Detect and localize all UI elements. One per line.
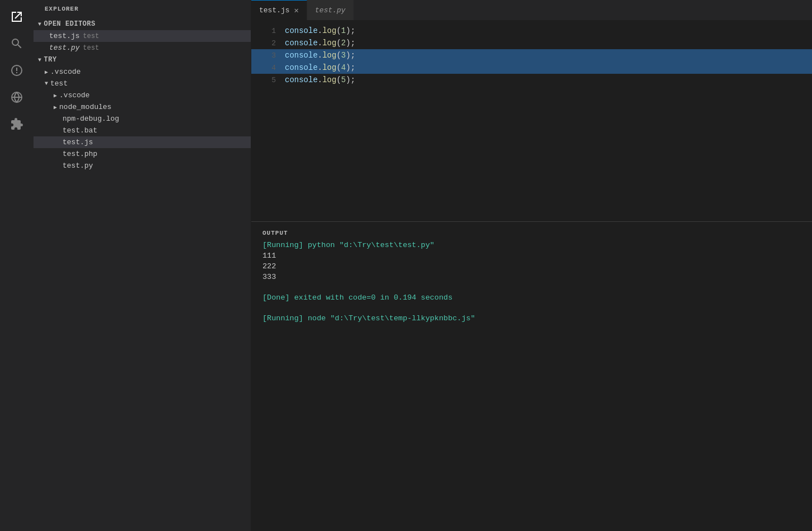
open-editors-arrow: ▼ <box>38 21 42 27</box>
tab-testjs-close[interactable]: ✕ <box>294 7 299 15</box>
test-php-name: test.php <box>63 150 97 158</box>
test-folder-name: test <box>50 79 68 88</box>
node-modules-arrow: ▶ <box>54 104 57 111</box>
output-line-111: 111 <box>251 250 812 261</box>
tree-item-test-py[interactable]: test.py <box>34 160 251 172</box>
tab-testpy-label: test.py <box>315 6 346 15</box>
tree-item-test-php[interactable]: test.php <box>34 148 251 160</box>
remote-icon[interactable] <box>4 85 29 110</box>
open-editor-testpy[interactable]: test.py test <box>34 42 251 54</box>
line-content-1: console.log(1); <box>285 26 355 35</box>
line-number-5: 5 <box>256 76 276 84</box>
search-icon[interactable] <box>4 31 29 56</box>
node-modules-name: node_modules <box>59 103 112 111</box>
tree-item-node-modules[interactable]: ▶ node_modules <box>34 101 251 113</box>
output-header: OUTPUT <box>251 226 812 240</box>
tree-item-npm-debug[interactable]: npm-debug.log <box>34 113 251 125</box>
code-line-1: 1 console.log(1); <box>251 25 812 37</box>
open-editors-header[interactable]: ▼ OPEN EDITORS <box>34 18 251 30</box>
activity-bar <box>0 0 34 531</box>
code-line-2: 2 console.log(2); <box>251 37 812 49</box>
code-line-3: 3 console.log(3); <box>251 49 812 61</box>
output-empty-1 <box>251 282 812 292</box>
tree-item-test-js[interactable]: test.js <box>34 136 251 148</box>
output-running-node: [Running] node "d:\Try\test\temp-llkypkn… <box>251 313 812 324</box>
code-line-5: 5 console.log(5); <box>251 74 812 86</box>
open-editor-testjs-name: test.js <box>49 32 80 40</box>
npm-debug-name: npm-debug.log <box>63 115 119 123</box>
vscode-root-name: .vscode <box>50 68 81 76</box>
output-line-222: 222 <box>251 261 812 272</box>
tab-testjs[interactable]: test.js ✕ <box>251 0 307 20</box>
open-editor-testpy-name: test.py <box>49 44 80 52</box>
open-editor-testpy-label: test <box>83 44 99 52</box>
vscode-inner-arrow: ▶ <box>54 92 57 99</box>
line-content-3: console.log(3); <box>285 51 355 60</box>
test-bat-name: test.bat <box>63 126 97 135</box>
tab-testjs-label: test.js <box>259 6 290 15</box>
git-icon[interactable] <box>4 58 29 83</box>
line-number-1: 1 <box>256 27 276 35</box>
tab-testpy[interactable]: test.py <box>307 0 354 20</box>
open-editor-testjs-label: test <box>83 32 99 40</box>
sidebar-title: EXPLORER <box>34 0 251 18</box>
vscode-inner-name: .vscode <box>59 91 90 99</box>
line-number-2: 2 <box>256 39 276 48</box>
tree-item-test-bat[interactable]: test.bat <box>34 125 251 136</box>
code-line-4: 4 console.log(4); <box>251 61 812 74</box>
open-editors-label: OPEN EDITORS <box>44 20 95 28</box>
line-content-4: console.log(4); <box>285 63 355 72</box>
code-editor[interactable]: 1 console.log(1); 2 console.log(2); 3 co… <box>251 20 812 221</box>
sidebar: EXPLORER ▼ OPEN EDITORS test.js test tes… <box>34 0 251 531</box>
output-empty-2 <box>251 303 812 313</box>
line-content-2: console.log(2); <box>285 39 355 48</box>
tree-item-test-folder[interactable]: ▼ test <box>34 78 251 89</box>
test-py-name: test.py <box>63 162 93 170</box>
output-line-333: 333 <box>251 272 812 282</box>
explorer-icon[interactable] <box>4 4 29 29</box>
main-area: test.js ✕ test.py 1 console.log(1); 2 co… <box>251 0 812 531</box>
output-done-line: [Done] exited with code=0 in 0.194 secon… <box>251 292 812 303</box>
try-tree-header[interactable]: ▼ TRY <box>34 54 251 66</box>
tree-item-vscode-root[interactable]: ▶ .vscode <box>34 66 251 78</box>
tabs-bar: test.js ✕ test.py <box>251 0 812 20</box>
try-tree-arrow: ▼ <box>38 57 42 63</box>
vscode-root-arrow: ▶ <box>45 69 48 75</box>
open-editor-testjs[interactable]: test.js test <box>34 30 251 42</box>
test-folder-arrow: ▼ <box>45 80 48 87</box>
editor-split: 1 console.log(1); 2 console.log(2); 3 co… <box>251 20 812 531</box>
output-panel: OUTPUT [Running] python "d:\Try\test\tes… <box>251 222 812 531</box>
tree-item-vscode-inner[interactable]: ▶ .vscode <box>34 89 251 101</box>
line-number-3: 3 <box>256 51 276 60</box>
test-js-name: test.js <box>63 138 93 146</box>
line-number-4: 4 <box>256 64 276 72</box>
try-tree-label: TRY <box>44 56 57 64</box>
line-content-5: console.log(5); <box>285 75 355 84</box>
extensions-icon[interactable] <box>4 112 29 136</box>
output-running-python: [Running] python "d:\Try\test\test.py" <box>251 240 812 250</box>
